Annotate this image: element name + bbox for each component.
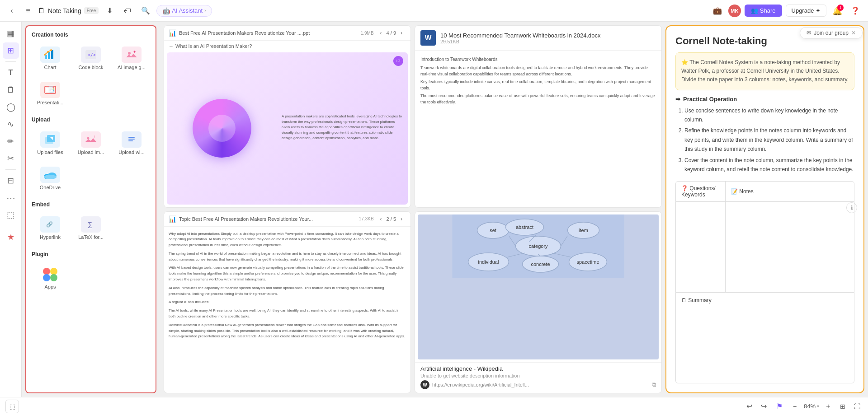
doc-card-docx: W 10 Most Recommended Teamwork Whiteboar… [415,25,662,208]
doc1-header: 📊 Best Free AI Presentation Makers Revol… [164,26,410,41]
main-layout: ▦ ⊞ T 🗒 ◯ ∿ ✏ ✂ ⊟ ⋯ ⬚ ★ Creation tools [0,22,868,397]
tool-apps[interactable]: Apps [32,262,69,294]
bottom-left: ⬚ [5,400,19,413]
sidebar-icon-shape[interactable]: ◯ [3,99,19,115]
download-button[interactable]: ⬇ [102,4,117,18]
ai-assistant-label: AI Assistant [172,7,203,14]
tag-button[interactable]: 🏷 [120,4,135,18]
doc1-nav: ‹ 4 / 9 › [377,28,406,37]
zoom-out-button[interactable]: − [789,401,800,412]
tool-chart[interactable]: Chart [32,42,69,74]
slide-avatar: IP [393,56,403,66]
tool-upload-files[interactable]: Upload files [32,127,69,159]
sidebar-icon-layers[interactable]: ▦ [3,25,19,42]
flag-button[interactable]: ⚑ [773,400,786,413]
sidebar-icon-curve[interactable]: ∿ [3,116,19,132]
zoom-in-button[interactable]: + [823,401,834,412]
sidebar-icon-frame[interactable]: ⬚ [3,207,19,223]
doc1-page: 4 / 9 [387,30,396,36]
upload-image-label: Upload im... [78,149,104,155]
cornell-notes-body [726,202,854,292]
slide-question-row: → What is an AI Presentation Maker? [164,41,410,50]
undo-button[interactable]: ↩ [744,401,755,412]
info-button[interactable]: ℹ [846,202,857,213]
doc2-prev-btn[interactable]: ‹ [377,214,386,224]
doc4-description: Unable to get website description inform… [420,373,656,378]
briefcase-button[interactable]: 💼 [710,4,725,18]
redo-button[interactable]: ↪ [759,401,769,412]
tool-code-block[interactable]: </> Code block [72,42,109,74]
fit-screen-button[interactable]: ⊞ [837,401,848,412]
presentation-label: Presentati... [37,100,64,105]
doc3-size: 29.51KB [440,39,656,44]
tool-ai-image[interactable]: ✦ AI image g... [113,42,150,74]
svg-text:abstract: abstract [516,224,533,230]
plugin-tools-grid: Apps [32,262,150,294]
doc2-header: 📊 Topic Best Free AI Presentation Makers… [164,212,410,227]
notes-label: 📝 Notes [731,188,754,195]
doc2-type-icon: 📊 [169,215,176,223]
sidebar-icon-sticky[interactable]: 🗒 [3,82,19,98]
tool-upload-wiki[interactable]: Upload wi... [113,127,150,159]
svg-point-32 [50,268,57,275]
questions-label: ❓ Questions/ Keywords [681,185,720,198]
share-button[interactable]: 👥 Share [745,5,782,17]
doc4-copy-icon[interactable]: ⧉ [652,381,656,388]
cornell-notes-header: 📝 Notes [726,182,854,201]
svg-text:spacetime: spacetime [576,259,599,265]
doc2-filename: Topic Best Free AI Presentation Makers R… [179,216,356,222]
ai-assistant-button[interactable]: 🤖 AI Assistant › [156,5,212,17]
upload-files-icon [40,131,60,148]
tool-upload-image[interactable]: ↑ Upload im... [72,127,109,159]
sidebar-icon-scissors[interactable]: ✂ [3,150,19,167]
doc-card-ppt: 📊 Best Free AI Presentation Makers Revol… [164,25,411,208]
tool-presentation[interactable]: 📑 Presentati... [32,78,69,109]
tool-latex[interactable]: ∑ LaTeX for... [72,212,109,244]
sidebar-icon-layout[interactable]: ⊞ [3,42,19,59]
tool-hyperlink[interactable]: 🔗 Hyperlink [32,212,69,244]
doc2-next-btn[interactable]: › [397,214,406,224]
doc1-next-btn[interactable]: › [397,28,406,37]
sidebar-icon-text[interactable]: T [3,65,19,81]
doc4-link-row: W https://en.wikipedia.org/wiki/Artifici… [420,380,656,389]
help-button[interactable]: ❓ [848,4,863,18]
hyperlink-label: Hyperlink [40,234,61,240]
embed-tools-title: Embed [32,201,150,208]
insert-frame-button[interactable]: ⬚ [5,400,19,413]
doc2-content: Why adopt AI into presentations Simply p… [164,227,410,393]
upgrade-button[interactable]: Upgrade ✦ [786,5,826,17]
sidebar-icon-star[interactable]: ★ [3,229,19,245]
sidebar-icon-eraser[interactable]: ✏ [3,133,19,149]
cornell-questions-header: ❓ Questions/ Keywords [676,182,726,201]
join-group-banner[interactable]: ✉ Join our group ✕ [800,27,863,39]
apps-label: Apps [44,284,56,289]
svg-point-34 [50,274,57,281]
doc1-prev-btn[interactable]: ‹ [377,28,386,37]
menu-button[interactable]: ≡ [22,5,34,17]
sidebar-icon-lines[interactable]: ⊟ [3,173,19,189]
svg-text:individual: individual [478,259,499,265]
join-group-close[interactable]: ✕ [851,30,856,36]
latex-icon: ∑ [81,216,101,233]
practical-title-text: Practical Operation [683,96,737,103]
svg-point-5 [50,49,52,51]
fullscreen-button[interactable]: ⛶ [852,401,863,412]
svg-text:set: set [490,228,496,233]
doc3-info: 10 Most Recommended Teamwork Whiteboards… [440,32,656,44]
slide-preview: A presentation makers are sophisticated … [167,52,408,205]
back-button[interactable]: ‹ [5,5,18,17]
cornell-step-3: Cover the content in the note column, su… [684,156,854,174]
hyperlink-icon: 🔗 [40,216,60,233]
app-title: Note Taking [48,7,81,14]
zoom-level-display[interactable]: 84% ▾ [804,403,819,410]
center-area: 📊 Best Free AI Presentation Makers Revol… [160,22,665,397]
tool-onedrive[interactable]: OneDrive [32,163,69,194]
svg-point-26 [44,175,57,179]
cornell-step-2: Refine the knowledge points in the notes… [684,126,854,154]
svg-text:∑: ∑ [88,221,92,228]
sidebar-icon-dots[interactable]: ⋯ [3,190,19,206]
notification-button[interactable]: 🔔 1 [830,4,844,18]
svg-text:✦: ✦ [133,50,137,54]
search-button[interactable]: 🔍 [138,4,153,18]
svg-text:category: category [528,243,548,249]
